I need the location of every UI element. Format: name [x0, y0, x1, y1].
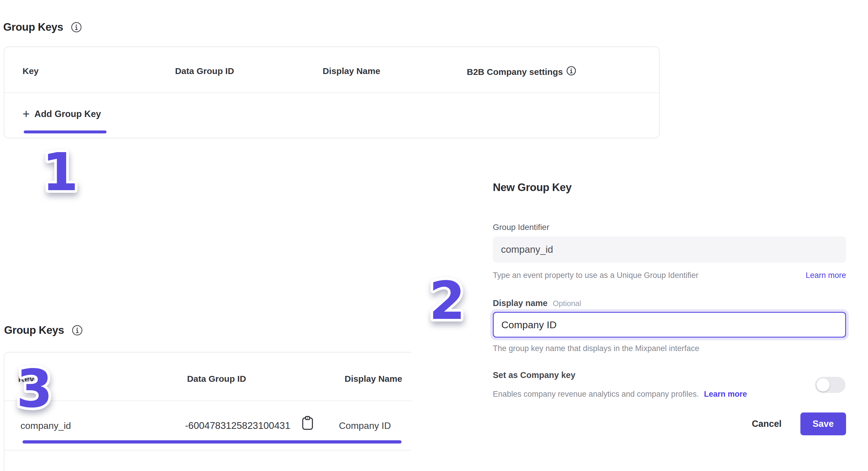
step-1-badge: 1	[33, 137, 106, 207]
page-title-2: Group Keys	[4, 324, 64, 337]
form-actions: Cancel Save	[493, 412, 846, 435]
company-key-helper-row: Enables company revenue analytics and co…	[493, 389, 747, 399]
display-name-helper: The group key name that displays in the …	[493, 343, 699, 353]
optional-badge: Optional	[553, 299, 581, 308]
company-key-helper: Enables company revenue analytics and co…	[493, 390, 699, 399]
add-group-key-button[interactable]: + Add Group Key	[23, 108, 101, 120]
group-keys-heading-2: Group Keys	[4, 324, 83, 337]
table-row-divider-2	[4, 450, 411, 450]
company-key-toggle[interactable]	[815, 377, 845, 393]
learn-more-link-company[interactable]: Learn more	[704, 390, 747, 399]
svg-text:3: 3	[17, 358, 53, 419]
learn-more-link-identifier[interactable]: Learn more	[806, 270, 846, 280]
add-group-key-label: Add Group Key	[34, 109, 101, 119]
plus-icon: +	[23, 108, 30, 120]
step-3-badge: 3	[8, 353, 81, 423]
new-group-key-form: New Group Key Group Identifier Type an e…	[493, 181, 846, 453]
column-header-display-name-2: Display Name	[345, 374, 402, 384]
display-name-input[interactable]	[493, 312, 846, 338]
group-identifier-label: Group Identifier	[493, 222, 549, 232]
save-button[interactable]: Save	[800, 412, 846, 435]
group-identifier-input[interactable]	[493, 237, 846, 263]
column-header-key: Key	[23, 66, 39, 76]
row-display-name-cell: Company ID	[339, 419, 391, 432]
display-name-label-row: Display name Optional	[493, 299, 581, 308]
cancel-button[interactable]: Cancel	[750, 418, 783, 430]
table-header-divider	[4, 92, 659, 93]
group-keys-heading: Group Keys	[3, 21, 82, 33]
page-title: Group Keys	[3, 21, 63, 33]
row-data-group-id-cell: -6004783125823100431	[178, 419, 290, 432]
company-key-label: Set as Company key	[493, 370, 575, 380]
column-header-display-name: Display Name	[323, 66, 380, 76]
svg-text:1: 1	[42, 142, 79, 202]
step-2-badge: 2	[421, 265, 494, 336]
column-header-data-group-id: Data Group ID	[175, 66, 234, 76]
new-group-key-title: New Group Key	[493, 181, 571, 194]
toggle-knob	[816, 378, 830, 391]
b2b-settings-info-icon[interactable]	[566, 66, 576, 78]
info-icon-2[interactable]	[72, 325, 83, 336]
copy-icon[interactable]	[302, 416, 313, 430]
display-name-label: Display name	[493, 299, 548, 308]
step-1-highlight-underline	[24, 130, 106, 133]
step-3-highlight-underline	[23, 440, 402, 443]
info-icon[interactable]	[71, 22, 82, 33]
column-header-data-group-id-2: Data Group ID	[187, 374, 246, 384]
column-header-b2b-settings: B2B Company settings	[467, 66, 576, 78]
group-identifier-helper: Type an event property to use as a Uniqu…	[493, 270, 698, 280]
svg-text:2: 2	[429, 271, 465, 331]
group-keys-table: Key Data Group ID Display Name B2B Compa…	[4, 46, 660, 138]
